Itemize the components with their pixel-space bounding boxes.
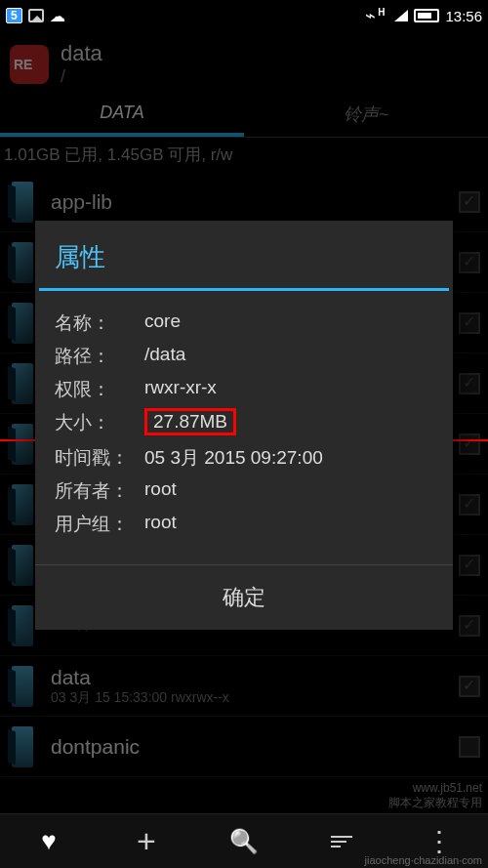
dialog-divider <box>39 288 449 291</box>
item-checkbox[interactable] <box>459 373 480 394</box>
favorites-button[interactable] <box>0 814 98 868</box>
watermark-footer: jiaocheng·chazidian·com <box>365 854 482 866</box>
item-checkbox[interactable] <box>459 434 480 455</box>
item-checkbox[interactable] <box>459 252 480 273</box>
prop-label-group: 用户组： <box>55 512 131 537</box>
prop-label-owner: 所有者： <box>55 478 131 504</box>
folder-icon <box>2 726 41 767</box>
watermark: www.jb51.net 脚本之家教程专用 <box>388 781 482 809</box>
app-logo: RE <box>10 45 49 84</box>
item-checkbox[interactable] <box>459 312 480 334</box>
signal-icon <box>394 8 408 24</box>
folder-icon <box>2 666 41 707</box>
properties-dialog: 属性 名称：core 路径：/data 权限：rwxr-xr-x 大小：27.8… <box>35 221 453 630</box>
item-name: app-lib <box>51 190 449 214</box>
picture-icon <box>28 9 44 22</box>
item-checkbox[interactable] <box>459 736 480 758</box>
prop-value-owner: root <box>144 478 177 504</box>
add-button[interactable] <box>98 814 195 868</box>
prop-value-path: /data <box>144 344 185 369</box>
search-button[interactable] <box>195 814 293 868</box>
dialog-body: 名称：core 路径：/data 权限：rwxr-xr-x 大小：27.87MB… <box>35 299 453 564</box>
battery-icon <box>414 9 439 22</box>
prop-value-group: root <box>144 512 177 537</box>
tab-data[interactable]: DATA <box>0 93 244 137</box>
list-item[interactable]: dontpanic <box>0 717 488 777</box>
prop-value-size: 27.87MB <box>144 408 236 435</box>
current-folder-name: data <box>61 41 102 66</box>
prop-label-name: 名称： <box>55 310 131 336</box>
tab-ringtone[interactable]: 铃声~ <box>244 93 488 137</box>
item-name: data <box>51 666 449 689</box>
list-item[interactable]: data 03 3月 15 15:33:00 rwxrwx--x <box>0 656 488 717</box>
notification-count-badge: 5 <box>6 8 22 23</box>
item-name: dontpanic <box>51 735 449 759</box>
vibrate-icon: ⌁ <box>365 5 376 26</box>
item-meta: 03 3月 15 15:33:00 rwxrwx--x <box>51 689 449 707</box>
dialog-title: 属性 <box>35 221 453 288</box>
item-checkbox[interactable] <box>459 191 480 213</box>
item-checkbox[interactable] <box>459 615 480 637</box>
prop-label-path: 路径： <box>55 344 131 369</box>
item-checkbox[interactable] <box>459 676 480 697</box>
status-bar: 5 ☁ ⌁ H 13:56 <box>0 0 488 31</box>
prop-label-time: 时间戳： <box>55 445 131 471</box>
network-type: H <box>378 7 385 18</box>
clock: 13:56 <box>445 8 482 24</box>
prop-label-size: 大小： <box>55 410 131 437</box>
folder-icon <box>2 182 41 223</box>
tab-bar: DATA 铃声~ <box>0 93 488 138</box>
current-path: / <box>61 66 102 87</box>
item-checkbox[interactable] <box>459 555 480 576</box>
storage-summary: 1.01GB 已用, 1.45GB 可用, r/w <box>0 138 488 172</box>
prop-value-perm: rwxr-xr-x <box>144 377 217 402</box>
prop-value-name: core <box>144 310 181 336</box>
cloud-rain-icon: ☁ <box>50 7 65 25</box>
ok-button[interactable]: 确定 <box>35 565 453 630</box>
app-header: RE data / <box>0 31 488 93</box>
item-checkbox[interactable] <box>459 494 480 516</box>
prop-value-time: 05 3月 2015 09:27:00 <box>144 445 323 471</box>
prop-label-perm: 权限： <box>55 377 131 402</box>
